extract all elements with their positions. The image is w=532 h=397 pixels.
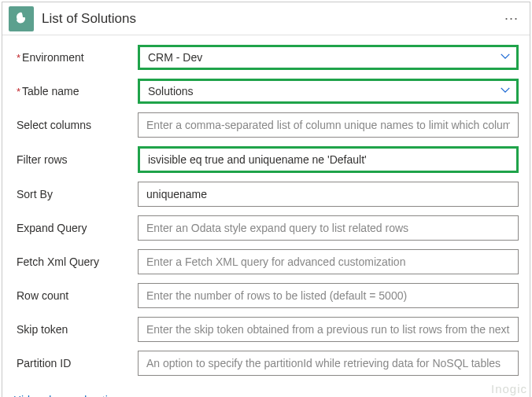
more-icon[interactable]: ··· [503,7,520,30]
field-partition-id: Partition ID [13,351,519,376]
card-body: *Environment CRM - Dev *Table name Solut… [2,35,530,388]
field-sort-by: Sort By [13,182,519,207]
field-expand-query: Expand Query [13,215,519,241]
label-environment: *Environment [13,51,138,64]
expand-query-input[interactable] [138,215,519,241]
label-partition-id: Partition ID [13,357,138,369]
dataverse-icon [9,6,34,31]
field-skip-token: Skip token [13,317,519,342]
field-select-columns: Select columns [13,112,519,138]
card-header: List of Solutions ··· [2,2,530,35]
field-row-count: Row count [13,283,519,308]
label-select-columns: Select columns [13,119,138,131]
field-table-name: *Table name Solutions [13,79,519,104]
skip-token-input[interactable] [138,317,519,342]
partition-id-input[interactable] [138,351,519,376]
label-row-count: Row count [13,289,138,302]
filter-rows-input[interactable] [138,146,519,173]
label-expand-query: Expand Query [13,222,138,234]
action-card: List of Solutions ··· *Environment CRM -… [2,2,530,397]
card-title: List of Solutions [42,11,503,27]
field-filter-rows: Filter rows [13,146,519,173]
sort-by-input[interactable] [138,182,519,207]
label-fetch-xml: Fetch Xml Query [13,255,138,268]
label-filter-rows: Filter rows [13,153,138,166]
fetch-xml-input[interactable] [138,249,519,274]
field-environment: *Environment CRM - Dev [13,45,519,70]
row-count-input[interactable] [138,283,519,308]
toggle-advanced-options[interactable]: Hide advanced options [2,388,530,397]
label-table-name: *Table name [13,85,138,97]
environment-dropdown[interactable]: CRM - Dev [138,45,519,70]
label-sort-by: Sort By [13,188,138,200]
label-skip-token: Skip token [13,323,138,336]
table-name-dropdown[interactable]: Solutions [138,79,519,104]
field-fetch-xml: Fetch Xml Query [13,249,519,274]
watermark: Inogic [491,382,527,395]
select-columns-input[interactable] [138,112,519,138]
